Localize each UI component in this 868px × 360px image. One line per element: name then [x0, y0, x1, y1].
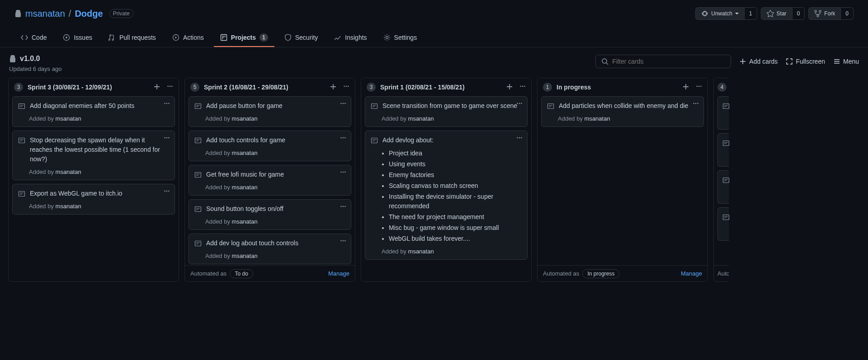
card-text: Stop decreasing the spawn delay when it …: [30, 136, 169, 164]
note-icon: [547, 103, 554, 110]
fork-count[interactable]: 0: [841, 7, 854, 20]
repo-name-link[interactable]: Dodge: [75, 9, 103, 19]
svg-point-58: [693, 103, 694, 104]
project-card[interactable]: [717, 96, 729, 130]
card-menu-button[interactable]: [340, 135, 346, 142]
card-menu-button[interactable]: [340, 169, 346, 177]
manage-link[interactable]: Manage: [681, 270, 702, 277]
svg-point-14: [166, 137, 168, 139]
add-card-button[interactable]: [682, 83, 689, 92]
unwatch-button[interactable]: Unwatch: [695, 7, 745, 20]
svg-point-37: [343, 206, 344, 207]
card-added-by: Added by msanatan: [382, 115, 522, 122]
star-count[interactable]: 0: [793, 7, 805, 20]
svg-point-53: [521, 137, 522, 139]
filter-cards-field[interactable]: [595, 55, 731, 68]
card-added-by: Added by msanatan: [29, 203, 169, 210]
project-card[interactable]: Sound button toggles on/off Added by msa…: [189, 199, 351, 230]
svg-point-45: [522, 85, 524, 87]
card-list-item: Project idea: [389, 149, 522, 158]
column-menu-button[interactable]: [343, 83, 349, 92]
card-menu-button[interactable]: [340, 203, 346, 211]
tab-settings[interactable]: Settings: [377, 29, 424, 47]
note-icon: [194, 240, 202, 247]
card-menu-button[interactable]: [164, 135, 170, 142]
code-icon: [21, 34, 28, 41]
card-menu-button[interactable]: [164, 100, 170, 108]
project-card[interactable]: Stop decreasing the spawn delay when it …: [12, 131, 175, 180]
watch-count[interactable]: 1: [745, 7, 757, 20]
card-list-item: The need for project management: [389, 212, 522, 222]
column-cards: Add diagonal enemies after 50 points Add…: [9, 96, 179, 281]
svg-point-4: [386, 37, 388, 39]
card-menu-button[interactable]: [516, 135, 523, 142]
menu-icon: [833, 58, 840, 65]
tab-actions[interactable]: Actions: [166, 29, 210, 47]
column-menu-button[interactable]: [696, 83, 702, 92]
project-card[interactable]: [717, 207, 729, 241]
repo-owner-link[interactable]: msanatan: [25, 9, 65, 19]
automation-label: Automated as In progress: [543, 270, 619, 277]
add-card-button[interactable]: [506, 83, 513, 92]
svg-rect-20: [19, 192, 25, 196]
project-card[interactable]: [717, 133, 729, 167]
menu-button[interactable]: Menu: [833, 58, 859, 65]
fullscreen-button[interactable]: Fullscreen: [786, 58, 825, 65]
svg-point-60: [697, 103, 698, 104]
card-list-item: Using events: [389, 159, 522, 169]
tab-issues[interactable]: Issues: [57, 29, 98, 47]
lock-icon: [14, 10, 22, 17]
card-menu-button[interactable]: [164, 188, 170, 196]
add-card-button[interactable]: [330, 83, 337, 92]
project-column: 3 Sprint 1 (02/08/21 - 15/08/21) Scene t…: [361, 78, 532, 282]
automation-status: In progress: [582, 269, 619, 278]
project-card[interactable]: Scene transition from game to game over …: [365, 96, 528, 127]
lock-icon: [9, 55, 16, 62]
play-icon: [172, 34, 179, 41]
card-menu-button[interactable]: [340, 100, 346, 108]
project-card[interactable]: Add touch controls for game Added by msa…: [189, 131, 351, 161]
add-card-button[interactable]: [153, 83, 160, 92]
card-text: Add devlog about:: [382, 136, 522, 145]
project-card[interactable]: Add dev log about touch controls Added b…: [189, 234, 351, 264]
issues-icon: [63, 34, 70, 41]
search-icon: [601, 58, 609, 65]
column-title: Sprint 1 (02/08/21 - 15/08/21): [380, 84, 501, 91]
svg-point-56: [698, 85, 700, 87]
svg-rect-27: [195, 104, 201, 109]
project-card[interactable]: Add diagonal enemies after 50 points Add…: [12, 96, 175, 127]
column-menu-button[interactable]: [519, 83, 526, 92]
manage-link[interactable]: Manage: [328, 270, 349, 277]
card-menu-button[interactable]: [516, 100, 523, 108]
fork-button[interactable]: Fork: [808, 7, 841, 20]
svg-rect-61: [548, 104, 554, 109]
tab-projects[interactable]: Projects 1: [214, 29, 274, 47]
project-icon: [220, 34, 227, 41]
project-card[interactable]: [717, 170, 729, 204]
svg-point-57: [700, 85, 702, 87]
note-icon: [722, 214, 730, 221]
card-menu-button[interactable]: [693, 100, 699, 108]
svg-point-17: [164, 191, 165, 192]
project-card[interactable]: Add devlog about: Project ideaUsing even…: [365, 131, 528, 260]
column-menu-button[interactable]: [167, 83, 173, 92]
project-card[interactable]: Get free lofi music for game Added by ms…: [189, 165, 351, 196]
caret-down-icon: [735, 13, 739, 14]
project-card[interactable]: Export as WebGL game to itch.io Added by…: [12, 184, 175, 215]
tab-insights[interactable]: Insights: [328, 29, 373, 47]
star-button[interactable]: Star: [761, 7, 793, 20]
filter-cards-input[interactable]: [612, 58, 725, 65]
tab-code[interactable]: Code: [14, 29, 53, 47]
tab-pulls[interactable]: Pull requests: [102, 29, 162, 47]
project-card[interactable]: Add pause button for game Added by msana…: [189, 96, 351, 127]
column-cards: Add particles when collide with enemy an…: [538, 96, 708, 265]
column-title: Sprint 2 (16/08/21 - 29/08/21): [204, 84, 325, 91]
gear-icon: [383, 34, 391, 41]
card-menu-button[interactable]: [340, 238, 346, 245]
svg-rect-63: [723, 141, 729, 146]
svg-point-42: [344, 240, 346, 242]
tab-security[interactable]: Security: [278, 29, 325, 47]
add-cards-button[interactable]: Add cards: [739, 58, 778, 65]
project-card[interactable]: Add particles when collide with enemy an…: [541, 96, 704, 127]
svg-point-25: [343, 103, 344, 104]
